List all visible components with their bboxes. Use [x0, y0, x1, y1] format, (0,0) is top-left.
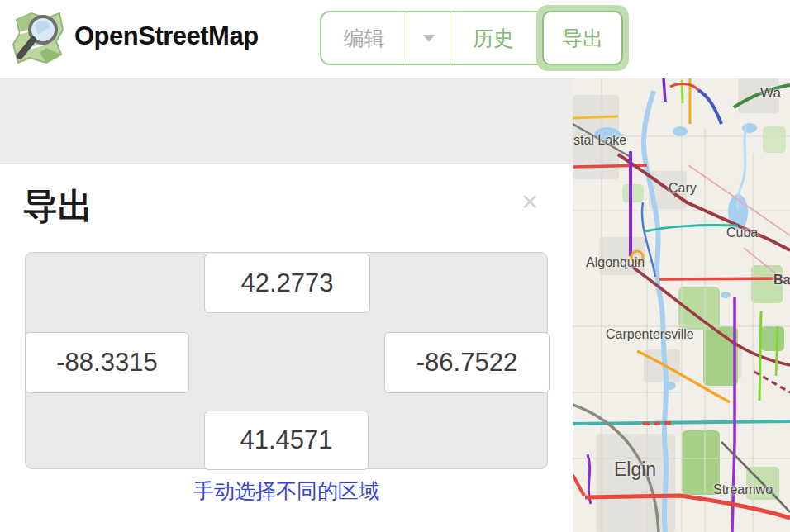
- edit-button[interactable]: 编辑: [321, 12, 407, 64]
- chevron-down-icon: [423, 35, 435, 42]
- close-icon[interactable]: ✕: [521, 192, 540, 214]
- export-button[interactable]: 导出: [542, 11, 623, 65]
- bounding-box-widget: [25, 252, 548, 469]
- nav-button-group: 编辑 历史 导出: [320, 11, 628, 65]
- osm-export-page: OpenStreetMap 编辑 历史 导出 这是哪里? 提交 导出 ✕: [0, 0, 790, 532]
- bbox-north-input[interactable]: [204, 254, 370, 313]
- map-tiles: [573, 78, 790, 532]
- bbox-south-input[interactable]: [204, 411, 369, 470]
- osm-logo-icon[interactable]: [10, 8, 66, 68]
- manual-select-area-link[interactable]: 手动选择不同的区域: [0, 477, 573, 505]
- bbox-west-input[interactable]: [25, 332, 189, 393]
- brand-title[interactable]: OpenStreetMap: [74, 21, 259, 51]
- edit-dropdown-button[interactable]: [407, 12, 450, 64]
- header: OpenStreetMap 编辑 历史 导出: [0, 0, 790, 78]
- map-canvas[interactable]: Wa stal Lake Cary Cuba Algonquin Ba Carp…: [573, 78, 790, 532]
- bbox-east-input[interactable]: [384, 332, 550, 393]
- export-panel: 导出 ✕ 手动选择不同的区域: [0, 165, 573, 532]
- search-bar: 这是哪里? 提交: [0, 78, 573, 164]
- history-button[interactable]: 历史: [450, 12, 536, 64]
- export-panel-title: 导出: [23, 183, 93, 230]
- export-active-ring: 导出: [536, 5, 629, 71]
